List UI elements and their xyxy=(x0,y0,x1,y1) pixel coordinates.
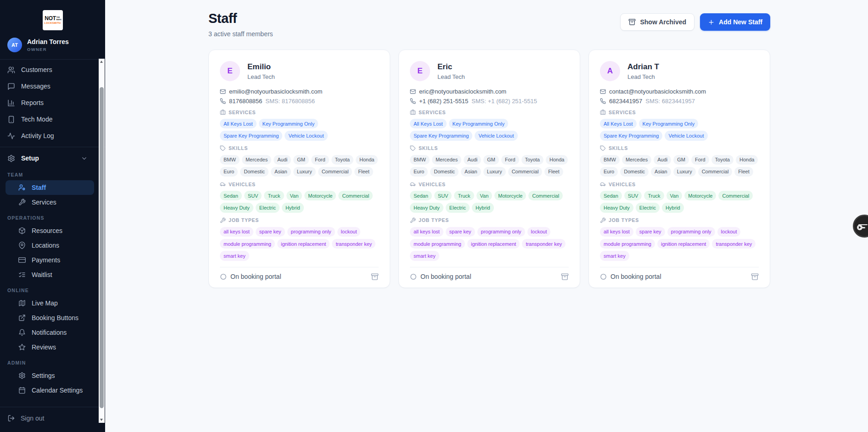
sidebar-item-calendar-settings[interactable]: Calendar Settings xyxy=(6,383,94,398)
skills-pills: BMWMercedesAudiGMFordToyotaHondaEuroDome… xyxy=(410,155,569,177)
skills-pills: BMWMercedesAudiGMFordToyotaHondaEuroDome… xyxy=(600,155,759,177)
checklist-icon xyxy=(18,271,26,278)
staff-email-row: contact@notyourbasiclocksmith.com xyxy=(600,88,759,95)
section-label-text: SKILLS xyxy=(609,145,628,151)
section-label: VEHICLES xyxy=(600,181,759,187)
sidebar-item-staff[interactable]: Staff xyxy=(6,180,94,195)
section-label-text: SKILLS xyxy=(229,145,248,151)
wrench-icon xyxy=(18,199,26,206)
skill-tag: Euro xyxy=(220,167,238,177)
sidebar-item-reports[interactable]: Reports xyxy=(0,94,105,111)
job-types-pills: all keys lostspare keyprogramming onlylo… xyxy=(410,227,569,261)
add-new-staff-button[interactable]: Add New Staff xyxy=(700,13,770,31)
section-label-text: SERVICES xyxy=(229,110,256,115)
job-type-tag: programming only xyxy=(667,227,715,237)
sidebar-item-customers[interactable]: Customers xyxy=(0,61,105,78)
skill-tag: Mercedes xyxy=(242,155,271,165)
vehicle-tag: Commercial xyxy=(338,191,373,200)
add-new-staff-label: Add New Staff xyxy=(719,18,762,26)
user-gear-icon xyxy=(18,184,26,191)
staff-name: Adrian T xyxy=(627,62,659,72)
sidebar-item-messages[interactable]: Messages xyxy=(0,78,105,94)
sidebar-item-payments[interactable]: Payments xyxy=(6,253,94,267)
vehicle-tag: Sedan xyxy=(220,191,242,200)
scroll-thumb[interactable] xyxy=(100,87,104,408)
job-types-pills: all keys lostspare keyprogramming onlylo… xyxy=(220,227,379,261)
skill-tag: Toyota xyxy=(521,155,543,165)
staff-section-vehicles: VEHICLESSedanSUVTruckVanMotorcycleCommer… xyxy=(410,181,569,213)
phone-icon xyxy=(600,98,606,104)
nav-section-admin: ADMIN xyxy=(0,354,105,368)
page-header: Staff 3 active staff members Show Archiv… xyxy=(208,11,770,38)
services-pills: All Keys LostKey Programming OnlySpare K… xyxy=(600,119,759,141)
sidebar-item-label: Calendar Settings xyxy=(32,387,83,394)
circle-icon xyxy=(220,273,227,280)
sidebar-item-locations[interactable]: Locations xyxy=(6,238,94,253)
skill-tag: Mercedes xyxy=(432,155,461,165)
job-type-tag: lockout xyxy=(527,227,551,237)
sidebar-item-activity-log[interactable]: Activity Log xyxy=(0,127,105,144)
vehicle-tag: SUV xyxy=(244,191,262,200)
sidebar-item-label: Setup xyxy=(21,155,39,162)
sidebar-item-booking-buttons[interactable]: Booking Buttons xyxy=(6,310,94,325)
booking-portal-status: On booking portal xyxy=(600,273,661,280)
sidebar-item-live-map[interactable]: Live Map xyxy=(6,296,94,310)
vehicle-tag: Heavy Duty xyxy=(410,203,443,212)
archive-staff-button[interactable] xyxy=(371,273,379,281)
section-label: JOB TYPES xyxy=(220,217,379,223)
sidebar-item-label: Services xyxy=(32,199,56,206)
sidebar-item-label: Reviews xyxy=(32,343,56,351)
nav-section-operations: OPERATIONS xyxy=(0,210,105,223)
staff-section-skills: SKILLSBMWMercedesAudiGMFordToyotaHondaEu… xyxy=(600,145,759,177)
show-archived-button[interactable]: Show Archived xyxy=(620,13,694,31)
sidebar-item-setup[interactable]: Setup xyxy=(0,150,105,166)
skill-tag: BMW xyxy=(600,155,620,165)
sidebar-item-resources[interactable]: Resources xyxy=(6,223,94,238)
sidebar-item-notifications[interactable]: Notifications xyxy=(6,325,94,340)
logout-icon xyxy=(7,415,15,422)
staff-name: Eric xyxy=(437,62,465,72)
sidebar-item-services[interactable]: Services xyxy=(6,195,94,210)
sidebar-item-settings[interactable]: Settings xyxy=(6,368,94,383)
sign-out-button[interactable]: Sign out xyxy=(0,407,105,425)
sidebar-item-label: Waitlist xyxy=(32,271,52,278)
sidebar-item-label: Customers xyxy=(21,66,52,73)
sign-out-label: Sign out xyxy=(21,415,44,422)
scroll-up-arrow[interactable] xyxy=(100,61,103,63)
staff-avatar: E xyxy=(220,61,240,81)
staff-email-row: eric@notyourbasiclocksmith.com xyxy=(410,88,569,95)
user-profile[interactable]: AT Adrian Torres OWNER xyxy=(0,38,105,52)
bar-chart-icon xyxy=(7,99,15,107)
skill-tag: BMW xyxy=(220,155,240,165)
sidebar-item-waitlist[interactable]: Waitlist xyxy=(6,267,94,282)
sidebar-item-reviews[interactable]: Reviews xyxy=(6,340,94,354)
booking-portal-label: On booking portal xyxy=(230,273,281,280)
service-tag: Vehicle Lockout xyxy=(475,131,517,140)
service-tag: Spare Key Programming xyxy=(600,131,662,140)
vehicle-tag: Sedan xyxy=(410,191,432,200)
skill-tag: Domestic xyxy=(430,167,459,177)
skill-tag: Luxury xyxy=(293,167,316,177)
skill-tag: Toyota xyxy=(711,155,734,165)
services-pills: All Keys LostKey Programming OnlySpare K… xyxy=(410,119,569,141)
services-pills: All Keys LostKey Programming OnlySpare K… xyxy=(220,119,379,141)
logo-text-secondary: THE BASIC xyxy=(56,17,61,21)
scroll-down-arrow[interactable] xyxy=(100,419,103,421)
sidebar-scrollbar[interactable] xyxy=(99,59,105,423)
skill-tag: Fleet xyxy=(544,167,563,177)
company-logo: NOT THE BASIC LOCKSMITH xyxy=(43,10,63,30)
archive-staff-button[interactable] xyxy=(751,273,759,281)
wrench-icon xyxy=(220,217,226,223)
sidebar-item-label: Locations xyxy=(32,242,59,249)
briefcase-icon xyxy=(410,109,416,115)
section-label-text: JOB TYPES xyxy=(229,217,259,223)
sidebar-item-label: Activity Log xyxy=(21,132,54,139)
sidebar-item-tech-mode[interactable]: Tech Mode xyxy=(0,111,105,127)
staff-cards-grid: EEmilioLead Techemilio@notyourbasiclocks… xyxy=(208,50,770,288)
staff-phone-row: 6823441957SMS: 6823441957 xyxy=(600,98,759,105)
job-type-tag: all keys lost xyxy=(220,227,253,237)
archive-staff-button[interactable] xyxy=(561,273,569,281)
job-type-tag: transponder key xyxy=(712,239,756,249)
staff-email: emilio@notyourbasiclocksmith.com xyxy=(229,88,322,95)
sidebar-item-label: Resources xyxy=(32,227,62,234)
